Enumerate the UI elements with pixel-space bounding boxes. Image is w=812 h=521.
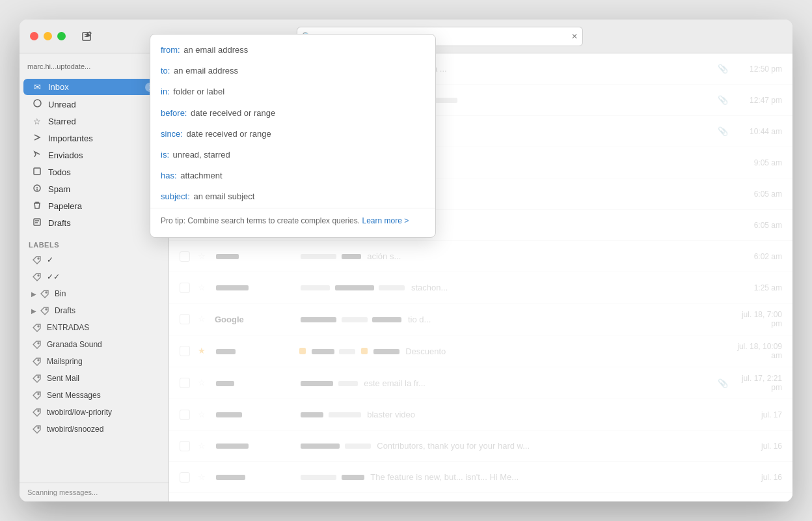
sidebar-label-starred: Starred [48, 117, 76, 126]
sidebar-label-todos: Todos [48, 167, 71, 177]
label-check2[interactable]: ✓✓ [23, 269, 165, 285]
svg-point-16 [38, 326, 39, 327]
traffic-lights [30, 32, 66, 40]
label-snoozed[interactable]: twobird/snoozed [23, 421, 165, 437]
label-tag-icon-bin [39, 289, 49, 299]
svg-point-13 [38, 275, 39, 276]
spam-icon [31, 184, 43, 194]
sidebar-label-papelera: Papelera [48, 201, 82, 211]
search-protip: Pro tip: Combine search terms to create … [150, 208, 435, 232]
hint-key-in: in: [161, 86, 170, 98]
sidebar-footer: Scanning messages... [20, 483, 169, 501]
drafts-icon [31, 218, 43, 228]
todos-icon [31, 167, 43, 177]
search-hint-since[interactable]: since: date received or range [150, 124, 435, 145]
hint-val-since: date received or range [184, 128, 271, 140]
search-hint-to[interactable]: to: an email address [150, 61, 435, 81]
sidebar-item-inbox[interactable]: ✉ Inbox 2 [23, 79, 165, 95]
sidebar-item-spam[interactable]: Spam [23, 181, 165, 197]
close-button[interactable] [30, 32, 38, 40]
sidebar-item-unread[interactable]: Unread [23, 96, 165, 113]
importantes-icon [31, 134, 43, 143]
label-name-mailspring: Mailspring [47, 357, 83, 366]
svg-point-21 [38, 410, 39, 412]
search-hint-is[interactable]: is: unread, starred [150, 145, 435, 165]
label-granada[interactable]: Granada Sound [23, 337, 165, 352]
label-name-entradas: ENTRADAS [47, 323, 89, 332]
svg-point-18 [38, 359, 39, 361]
papelera-icon [31, 201, 43, 211]
label-tag-icon-granada [31, 339, 42, 350]
label-bin[interactable]: ▶ Bin [23, 286, 165, 302]
sidebar-item-todos[interactable]: Todos [23, 164, 165, 180]
label-sentmsg[interactable]: Sent Messages [23, 387, 165, 403]
hint-key-since: since: [161, 128, 183, 140]
sidebar-item-enviados[interactable]: Enviados [23, 147, 165, 163]
maximize-button[interactable] [57, 32, 66, 40]
label-tag-icon-mailspring [31, 356, 42, 367]
minimize-button[interactable] [44, 32, 52, 40]
label-sentmail[interactable]: Sent Mail [23, 371, 165, 386]
label-name-lowpriority: twobird/low-priority [47, 408, 112, 417]
label-name-check1: ✓ [47, 255, 53, 264]
label-arrow-bin: ▶ [31, 290, 36, 298]
scanning-status: Scanning messages... [27, 488, 98, 496]
search-hint-has[interactable]: has: attachment [150, 165, 435, 186]
sidebar-label-enviados: Enviados [48, 150, 83, 160]
sidebar-label-spam: Spam [48, 184, 70, 194]
label-entradas[interactable]: ENTRADAS [23, 320, 165, 335]
hint-val-from: an email address [182, 44, 249, 56]
search-hint-in[interactable]: in: folder or label [150, 81, 435, 102]
label-mailspring[interactable]: Mailspring [23, 354, 165, 369]
sidebar-label-unread: Unread [48, 100, 76, 109]
sidebar-nav: ✉ Inbox 2 Unread ☆ Starred [20, 77, 169, 233]
hint-key-before: before: [161, 107, 187, 119]
starred-icon: ☆ [31, 117, 43, 126]
sidebar-item-papelera[interactable]: Papelera [23, 198, 165, 214]
learn-more-link[interactable]: Learn more > [362, 216, 409, 225]
svg-point-4 [34, 100, 41, 107]
hint-val-before: date received or range [188, 107, 275, 119]
svg-point-19 [38, 376, 39, 378]
unread-icon [31, 99, 43, 109]
label-tag-icon-sentmsg [31, 390, 42, 401]
search-hint-before[interactable]: before: date received or range [150, 103, 435, 124]
sidebar: marc.hi...uptodate... + ✉ Inbox 2 Unread… [20, 53, 169, 501]
svg-point-20 [38, 393, 39, 395]
inbox-icon: ✉ [31, 82, 43, 92]
label-lowpriority[interactable]: twobird/low-priority [23, 404, 165, 420]
sidebar-item-importantes[interactable]: Importantes [23, 130, 165, 147]
label-drafts2[interactable]: ▶ Drafts [23, 303, 165, 318]
svg-point-15 [46, 309, 47, 310]
sidebar-label-drafts: Drafts [48, 218, 71, 228]
search-hint-from[interactable]: from: an email address [150, 40, 435, 61]
label-name-snoozed: twobird/snoozed [47, 425, 103, 434]
hint-val-is: unread, starred [170, 149, 230, 161]
hint-val-to: an email address [171, 65, 238, 77]
label-name-drafts2: Drafts [55, 306, 75, 315]
hint-key-has: has: [161, 170, 177, 182]
protip-text: Pro tip: Combine search terms to create … [161, 216, 360, 225]
label-check1[interactable]: ✓ [23, 252, 165, 268]
search-clear-button[interactable]: ✕ [571, 32, 578, 41]
svg-point-17 [38, 343, 39, 344]
label-name-sentmsg: Sent Messages [47, 391, 101, 400]
label-arrow-drafts: ▶ [31, 307, 36, 315]
hint-val-subject: an email subject [191, 191, 255, 203]
label-name-granada: Granada Sound [47, 340, 102, 349]
sidebar-item-drafts[interactable]: Drafts [23, 215, 165, 231]
search-hint-subject[interactable]: subject: an email subject [150, 186, 435, 207]
svg-rect-9 [34, 219, 40, 225]
label-name-bin: Bin [55, 289, 66, 298]
labels-section-title: Labels [20, 233, 169, 251]
account-name: marc.hi...uptodate... [27, 63, 90, 70]
label-tag-icon-drafts [39, 305, 49, 316]
label-name-sentmail: Sent Mail [47, 374, 79, 383]
sidebar-item-starred[interactable]: ☆ Starred [23, 113, 165, 130]
hint-key-is: is: [161, 149, 169, 161]
compose-button[interactable] [76, 26, 97, 47]
label-name-check2: ✓✓ [47, 272, 60, 281]
label-tag-icon [31, 255, 42, 265]
hint-key-to: to: [161, 65, 170, 77]
label-tag-icon-2 [31, 272, 42, 282]
